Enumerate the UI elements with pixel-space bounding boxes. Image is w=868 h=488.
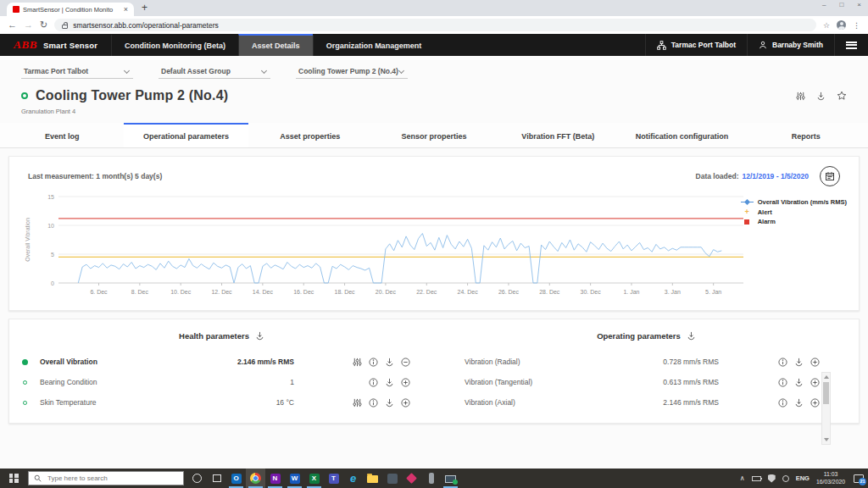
asset-select[interactable]: Cooling Tower Pump 2 (No.4) xyxy=(296,64,408,79)
info-icon[interactable] xyxy=(369,358,378,367)
chevron-down-icon xyxy=(261,67,267,73)
param-name: Overall Vibration xyxy=(40,358,167,366)
plus-icon[interactable] xyxy=(810,398,820,408)
site-select[interactable]: Tarmac Port Talbot xyxy=(21,64,133,79)
taskbar-excel-icon[interactable]: X xyxy=(304,469,324,488)
taskbar-app-pink-icon[interactable] xyxy=(402,469,421,488)
maximize-icon[interactable]: □ xyxy=(839,1,843,8)
svg-text:14. Dec: 14. Dec xyxy=(253,289,274,295)
tab-asset-properties[interactable]: Asset properties xyxy=(248,123,372,147)
operating-parameters-title: Operating parameters xyxy=(597,331,681,341)
download-icon[interactable] xyxy=(794,358,804,367)
organization-chip[interactable]: Tarmac Port Talbot xyxy=(645,34,747,56)
taskbar-teams-icon[interactable]: T xyxy=(324,469,343,488)
chart-body[interactable]: 0510156. Dec8. Dec10. Dec12. Dec14. Dec1… xyxy=(19,188,849,308)
battery-icon[interactable] xyxy=(752,476,761,481)
svg-text:15: 15 xyxy=(47,194,54,200)
favorite-star-icon[interactable] xyxy=(837,91,847,101)
nav-organization-management[interactable]: Organization Management xyxy=(313,34,435,56)
param-value: 16 °C xyxy=(167,398,294,407)
plus-icon[interactable] xyxy=(401,398,410,408)
refresh-icon[interactable]: ↻ xyxy=(40,20,47,30)
data-loaded-range[interactable]: 12/1/2019 - 1/5/2020 xyxy=(743,172,809,180)
nav-asset-details[interactable]: Asset Details xyxy=(238,34,313,56)
info-icon[interactable] xyxy=(778,358,787,367)
scroll-thumb[interactable] xyxy=(823,382,829,404)
search-input[interactable] xyxy=(46,474,178,483)
tray-status-icon[interactable] xyxy=(782,475,789,482)
download-icon[interactable] xyxy=(385,378,394,387)
operating-scrollbar[interactable] xyxy=(821,372,831,445)
date-range-button[interactable] xyxy=(820,166,840,186)
param-name: Vibration (Axial) xyxy=(465,398,592,407)
tab-sensor-properties[interactable]: Sensor properties xyxy=(372,123,496,147)
download-icon[interactable] xyxy=(794,398,804,408)
security-shield-icon[interactable] xyxy=(768,474,776,483)
tab-event-log[interactable]: Event log xyxy=(0,123,124,147)
browser-menu-icon[interactable]: ⋮ xyxy=(853,21,860,30)
minimize-icon[interactable]: – xyxy=(822,1,826,8)
taskbar-cortana-icon[interactable] xyxy=(187,469,207,488)
url-bar[interactable]: smartsensor.abb.com/operational-paramete… xyxy=(54,19,816,31)
taskbar-chrome-icon[interactable] xyxy=(246,469,265,488)
tab-close-icon[interactable]: × xyxy=(124,6,128,14)
taskbar-search[interactable] xyxy=(28,471,184,485)
taskbar-pc-status-icon[interactable] xyxy=(441,469,460,488)
svg-text:28. Dec: 28. Dec xyxy=(539,289,560,295)
plus-icon[interactable] xyxy=(810,378,820,387)
sliders-icon[interactable] xyxy=(353,398,362,408)
asset-title-block: Cooling Tower Pump 2 (No.4) Granulation … xyxy=(0,79,868,115)
taskbar-app-remote-icon[interactable] xyxy=(421,469,441,488)
taskbar-app-gray-icon[interactable] xyxy=(382,469,402,488)
tab-reports[interactable]: Reports xyxy=(744,123,868,147)
health-download-icon[interactable] xyxy=(255,331,264,341)
user-name: Barnaby Smith xyxy=(772,41,823,49)
minus-icon[interactable] xyxy=(401,358,410,367)
asset-download-icon[interactable] xyxy=(816,92,826,101)
language-indicator[interactable]: ENG xyxy=(796,474,810,482)
abb-logo: ABB xyxy=(14,38,37,52)
close-icon[interactable]: × xyxy=(857,1,861,8)
plus-icon[interactable] xyxy=(810,358,820,367)
app-menu-button[interactable] xyxy=(834,34,868,56)
download-icon[interactable] xyxy=(385,398,394,408)
taskbar-internet-explorer-icon[interactable]: e xyxy=(343,469,363,488)
browser-profile-avatar[interactable] xyxy=(837,20,846,30)
download-icon[interactable] xyxy=(385,358,394,367)
taskbar-task-view-icon[interactable] xyxy=(207,469,226,488)
tab-operational-parameters[interactable]: Operational parameters xyxy=(124,123,248,147)
legend-marker-plus-icon: + xyxy=(741,209,754,215)
taskbar-file-explorer-icon[interactable] xyxy=(363,469,382,488)
start-button[interactable] xyxy=(0,469,27,488)
info-icon[interactable] xyxy=(369,378,378,387)
browser-tab[interactable]: SmartSensor | Condition Monito × xyxy=(7,3,134,16)
taskbar-word-icon[interactable]: W xyxy=(285,469,304,488)
nav-condition-monitoring-beta[interactable]: Condition Monitoring (Beta) xyxy=(111,34,238,56)
back-icon[interactable]: ← xyxy=(8,20,17,30)
asset-settings-icon[interactable] xyxy=(796,92,805,101)
info-icon[interactable] xyxy=(778,398,787,408)
scroll-up-icon[interactable] xyxy=(824,375,829,379)
user-chip[interactable]: Barnaby Smith xyxy=(747,34,834,56)
bookmark-star-icon[interactable]: ☆ xyxy=(823,21,830,30)
taskbar-clock[interactable]: 11:03 16/03/2020 xyxy=(816,471,845,485)
taskbar-onenote-icon[interactable]: N xyxy=(265,469,285,488)
operating-download-icon[interactable] xyxy=(687,331,696,341)
hamburger-icon xyxy=(846,42,857,49)
plus-icon[interactable] xyxy=(401,378,410,387)
action-center-icon[interactable]: 21 xyxy=(854,474,864,483)
tray-chevron-up-icon[interactable]: ∧ xyxy=(740,474,745,482)
tab-notification-configuration[interactable]: Notification configuration xyxy=(620,123,743,147)
info-icon[interactable] xyxy=(778,378,787,387)
param-value: 0.728 mm/s RMS xyxy=(592,358,719,366)
scroll-down-icon[interactable] xyxy=(824,438,829,441)
info-icon[interactable] xyxy=(369,398,378,408)
tab-vibration-fft-beta[interactable]: Vibration FFT (Beta) xyxy=(496,123,620,147)
asset-group-select[interactable]: Default Asset Group xyxy=(159,64,270,79)
taskbar-outlook-icon[interactable]: O xyxy=(226,469,246,488)
forward-icon[interactable]: → xyxy=(24,20,33,30)
svg-text:5: 5 xyxy=(51,252,54,258)
new-tab-button[interactable]: + xyxy=(142,2,147,16)
sliders-icon[interactable] xyxy=(353,358,362,367)
download-icon[interactable] xyxy=(794,378,804,387)
